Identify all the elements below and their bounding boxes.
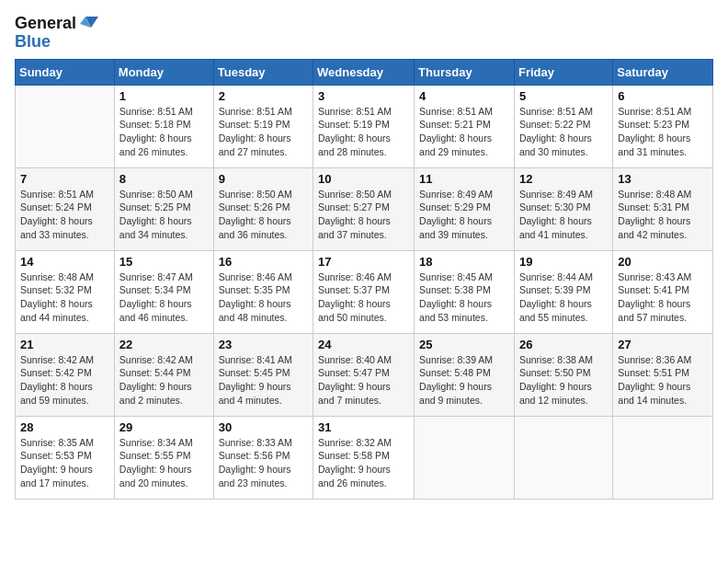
week-row-4: 28Sunrise: 8:35 AMSunset: 5:53 PMDayligh… xyxy=(16,416,713,499)
day-number: 26 xyxy=(519,338,608,351)
day-number: 4 xyxy=(419,89,509,103)
calendar-cell: 12Sunrise: 8:49 AMSunset: 5:30 PMDayligh… xyxy=(514,167,612,250)
calendar-cell: 16Sunrise: 8:46 AMSunset: 5:35 PMDayligh… xyxy=(213,250,313,333)
calendar-cell: 14Sunrise: 8:48 AMSunset: 5:32 PMDayligh… xyxy=(16,250,115,333)
calendar-cell: 30Sunrise: 8:33 AMSunset: 5:56 PMDayligh… xyxy=(213,416,313,499)
day-info: Sunrise: 8:41 AMSunset: 5:45 PMDaylight:… xyxy=(219,353,308,408)
calendar-cell: 13Sunrise: 8:48 AMSunset: 5:31 PMDayligh… xyxy=(613,167,713,250)
day-info: Sunrise: 8:50 AMSunset: 5:26 PMDaylight:… xyxy=(219,188,308,242)
day-info: Sunrise: 8:39 AMSunset: 5:48 PMDaylight:… xyxy=(419,353,509,408)
calendar-cell xyxy=(16,85,115,167)
day-info: Sunrise: 8:33 AMSunset: 5:56 PMDaylight:… xyxy=(219,436,308,490)
day-number: 2 xyxy=(219,89,308,103)
day-number: 9 xyxy=(219,172,308,186)
weekday-header-friday: Friday xyxy=(514,59,612,85)
calendar-cell: 25Sunrise: 8:39 AMSunset: 5:48 PMDayligh… xyxy=(415,333,515,416)
page-header: General Blue xyxy=(15,15,713,52)
day-info: Sunrise: 8:51 AMSunset: 5:24 PMDaylight:… xyxy=(20,188,109,242)
weekday-header-tuesday: Tuesday xyxy=(213,59,313,85)
week-row-3: 21Sunrise: 8:42 AMSunset: 5:42 PMDayligh… xyxy=(16,333,713,416)
day-info: Sunrise: 8:49 AMSunset: 5:29 PMDaylight:… xyxy=(419,188,509,242)
day-number: 20 xyxy=(618,255,708,269)
weekday-header-row: SundayMondayTuesdayWednesdayThursdayFrid… xyxy=(16,59,713,85)
weekday-header-thursday: Thursday xyxy=(415,59,515,85)
day-info: Sunrise: 8:40 AMSunset: 5:47 PMDaylight:… xyxy=(318,353,409,408)
day-info: Sunrise: 8:51 AMSunset: 5:19 PMDaylight:… xyxy=(219,105,308,159)
calendar-cell: 15Sunrise: 8:47 AMSunset: 5:34 PMDayligh… xyxy=(114,250,213,333)
day-info: Sunrise: 8:42 AMSunset: 5:44 PMDaylight:… xyxy=(119,353,209,408)
calendar-cell: 31Sunrise: 8:32 AMSunset: 5:58 PMDayligh… xyxy=(313,416,415,499)
calendar-cell: 18Sunrise: 8:45 AMSunset: 5:38 PMDayligh… xyxy=(415,250,515,333)
day-number: 11 xyxy=(419,172,509,186)
calendar-cell: 28Sunrise: 8:35 AMSunset: 5:53 PMDayligh… xyxy=(16,416,115,499)
day-number: 7 xyxy=(20,172,109,186)
week-row-2: 14Sunrise: 8:48 AMSunset: 5:32 PMDayligh… xyxy=(16,250,713,333)
calendar-cell: 1Sunrise: 8:51 AMSunset: 5:18 PMDaylight… xyxy=(114,85,213,167)
calendar-cell xyxy=(415,416,515,499)
day-info: Sunrise: 8:51 AMSunset: 5:19 PMDaylight:… xyxy=(318,105,409,159)
calendar-cell: 21Sunrise: 8:42 AMSunset: 5:42 PMDayligh… xyxy=(16,333,115,416)
calendar-cell: 3Sunrise: 8:51 AMSunset: 5:19 PMDaylight… xyxy=(313,85,415,167)
day-info: Sunrise: 8:48 AMSunset: 5:31 PMDaylight:… xyxy=(618,188,708,242)
day-info: Sunrise: 8:34 AMSunset: 5:55 PMDaylight:… xyxy=(119,436,209,490)
day-info: Sunrise: 8:36 AMSunset: 5:51 PMDaylight:… xyxy=(618,353,708,408)
day-number: 24 xyxy=(318,338,409,351)
day-info: Sunrise: 8:51 AMSunset: 5:18 PMDaylight:… xyxy=(119,105,209,159)
day-number: 3 xyxy=(318,89,409,103)
day-number: 23 xyxy=(219,338,308,351)
day-number: 8 xyxy=(119,172,209,186)
day-number: 29 xyxy=(119,420,209,434)
day-number: 17 xyxy=(318,255,409,269)
day-info: Sunrise: 8:43 AMSunset: 5:41 PMDaylight:… xyxy=(618,270,708,325)
day-info: Sunrise: 8:46 AMSunset: 5:35 PMDaylight:… xyxy=(219,270,308,325)
day-info: Sunrise: 8:51 AMSunset: 5:21 PMDaylight:… xyxy=(419,105,509,159)
day-number: 28 xyxy=(20,420,109,434)
calendar-cell xyxy=(514,416,612,499)
day-info: Sunrise: 8:51 AMSunset: 5:22 PMDaylight:… xyxy=(519,105,608,159)
day-info: Sunrise: 8:46 AMSunset: 5:37 PMDaylight:… xyxy=(318,270,409,325)
calendar-cell: 19Sunrise: 8:44 AMSunset: 5:39 PMDayligh… xyxy=(514,250,612,333)
logo-general: General xyxy=(15,15,76,33)
day-number: 21 xyxy=(20,338,109,351)
day-info: Sunrise: 8:47 AMSunset: 5:34 PMDaylight:… xyxy=(119,270,209,325)
calendar-cell: 20Sunrise: 8:43 AMSunset: 5:41 PMDayligh… xyxy=(613,250,713,333)
day-info: Sunrise: 8:45 AMSunset: 5:38 PMDaylight:… xyxy=(419,270,509,325)
day-number: 13 xyxy=(618,172,708,186)
calendar-cell: 10Sunrise: 8:50 AMSunset: 5:27 PMDayligh… xyxy=(313,167,415,250)
day-info: Sunrise: 8:48 AMSunset: 5:32 PMDaylight:… xyxy=(20,270,109,325)
logo-container: General Blue xyxy=(15,15,98,52)
day-info: Sunrise: 8:44 AMSunset: 5:39 PMDaylight:… xyxy=(519,270,608,325)
day-number: 31 xyxy=(318,420,409,434)
calendar-cell xyxy=(613,416,713,499)
day-number: 15 xyxy=(119,255,209,269)
weekday-header-monday: Monday xyxy=(114,59,213,85)
day-info: Sunrise: 8:42 AMSunset: 5:42 PMDaylight:… xyxy=(20,353,109,408)
day-info: Sunrise: 8:38 AMSunset: 5:50 PMDaylight:… xyxy=(519,353,608,408)
calendar-cell: 23Sunrise: 8:41 AMSunset: 5:45 PMDayligh… xyxy=(213,333,313,416)
day-number: 14 xyxy=(20,255,109,269)
day-number: 16 xyxy=(219,255,308,269)
day-info: Sunrise: 8:35 AMSunset: 5:53 PMDaylight:… xyxy=(20,436,109,490)
day-info: Sunrise: 8:49 AMSunset: 5:30 PMDaylight:… xyxy=(519,188,608,242)
day-info: Sunrise: 8:51 AMSunset: 5:23 PMDaylight:… xyxy=(618,105,708,159)
day-number: 12 xyxy=(519,172,608,186)
calendar-cell: 9Sunrise: 8:50 AMSunset: 5:26 PMDaylight… xyxy=(213,167,313,250)
day-info: Sunrise: 8:50 AMSunset: 5:25 PMDaylight:… xyxy=(119,188,209,242)
logo: General Blue xyxy=(15,15,98,52)
calendar-cell: 22Sunrise: 8:42 AMSunset: 5:44 PMDayligh… xyxy=(114,333,213,416)
week-row-1: 7Sunrise: 8:51 AMSunset: 5:24 PMDaylight… xyxy=(16,167,713,250)
calendar-cell: 7Sunrise: 8:51 AMSunset: 5:24 PMDaylight… xyxy=(16,167,115,250)
calendar-cell: 17Sunrise: 8:46 AMSunset: 5:37 PMDayligh… xyxy=(313,250,415,333)
day-info: Sunrise: 8:50 AMSunset: 5:27 PMDaylight:… xyxy=(318,188,409,242)
calendar-cell: 27Sunrise: 8:36 AMSunset: 5:51 PMDayligh… xyxy=(613,333,713,416)
day-number: 30 xyxy=(219,420,308,434)
calendar-cell: 6Sunrise: 8:51 AMSunset: 5:23 PMDaylight… xyxy=(613,85,713,167)
day-number: 6 xyxy=(618,89,708,103)
weekday-header-saturday: Saturday xyxy=(613,59,713,85)
calendar-cell: 29Sunrise: 8:34 AMSunset: 5:55 PMDayligh… xyxy=(114,416,213,499)
day-number: 18 xyxy=(419,255,509,269)
calendar-cell: 2Sunrise: 8:51 AMSunset: 5:19 PMDaylight… xyxy=(213,85,313,167)
week-row-0: 1Sunrise: 8:51 AMSunset: 5:18 PMDaylight… xyxy=(16,85,713,167)
weekday-header-sunday: Sunday xyxy=(16,59,115,85)
day-number: 10 xyxy=(318,172,409,186)
